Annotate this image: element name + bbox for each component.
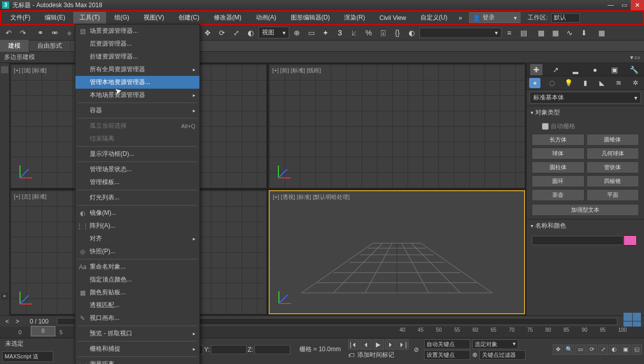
zoom-region-icon[interactable]: ▭: [575, 345, 586, 355]
link-icon[interactable]: ⚭: [34, 26, 47, 39]
geometry-icon[interactable]: ●: [529, 78, 540, 88]
mirror-icon[interactable]: ◐: [405, 26, 418, 39]
mat-slot-icon[interactable]: ◐: [244, 26, 257, 39]
close-icon[interactable]: ✕: [631, 0, 644, 10]
menu-item[interactable]: 指定顶点颜色...: [75, 273, 199, 286]
fov-icon[interactable]: ◐: [609, 345, 619, 355]
spinner-icon[interactable]: ⍗: [376, 26, 390, 39]
scale-icon[interactable]: ⤢: [230, 26, 243, 39]
autokey-button[interactable]: 自动关键点: [424, 339, 470, 349]
refcoord-dropdown[interactable]: 视图 ▾: [258, 27, 289, 38]
restore-icon[interactable]: ▭: [617, 0, 631, 10]
percentsnap-icon[interactable]: %: [362, 26, 375, 39]
menu-item[interactable]: ◐镜像(M)...: [75, 207, 199, 219]
menu-item[interactable]: 折缝资源管理器...: [75, 50, 199, 63]
rollout-object-type[interactable]: 对象类型: [527, 106, 644, 119]
create-tab-icon[interactable]: ✚: [530, 64, 542, 75]
layers-icon[interactable]: ▤: [517, 26, 530, 39]
ribbon-expand-icon[interactable]: ▾: [630, 54, 633, 61]
menu-file[interactable]: 文件(F): [4, 12, 36, 24]
menu-item[interactable]: 显示浮动框(D)...: [75, 148, 199, 160]
menu-render[interactable]: 渲染(R): [338, 12, 371, 24]
utilities-tab-icon[interactable]: 🔧: [628, 64, 640, 75]
autogrid-check-input[interactable]: [542, 123, 549, 130]
unlink-icon[interactable]: ⚮: [48, 26, 62, 39]
menu-item[interactable]: 本地场景资源管理器▸: [75, 89, 199, 102]
menu-group[interactable]: 组(G): [108, 12, 135, 24]
menu-item[interactable]: ▦颜色剪贴板...: [75, 286, 199, 299]
menu-item[interactable]: ▤场景资源管理器...: [75, 25, 199, 37]
align-icon[interactable]: ≡: [502, 26, 516, 39]
orbit-icon[interactable]: ⟳: [587, 345, 597, 355]
menu-item[interactable]: 容器▸: [75, 104, 199, 117]
menu-item[interactable]: 管理本地资源管理器...: [75, 76, 199, 89]
menu-item[interactable]: 灯光列表...: [75, 191, 199, 204]
hierarchy-tab-icon[interactable]: ▂: [569, 64, 581, 75]
prim-box[interactable]: 长方体: [532, 134, 585, 146]
menu-item[interactable]: 预览 - 抓取视口▸: [75, 327, 199, 340]
min-vp-icon[interactable]: ◱: [632, 345, 642, 355]
z-input[interactable]: [254, 345, 290, 354]
redo-icon[interactable]: ↷: [16, 26, 30, 39]
cameras-icon[interactable]: ▮: [579, 78, 591, 88]
prim-cylinder[interactable]: 圆柱体: [532, 161, 585, 173]
strip-btn[interactable]: [1, 66, 8, 73]
minimize-icon[interactable]: —: [604, 0, 617, 10]
menu-item[interactable]: ⟷测量距离: [75, 358, 199, 364]
menu-item[interactable]: 栅格和捕捉▸: [75, 342, 199, 355]
time-prev-icon[interactable]: <: [3, 318, 11, 325]
matedit-icon[interactable]: ▦: [549, 26, 562, 39]
prev-frame-icon[interactable]: ⏴: [360, 339, 372, 350]
curveedit-icon[interactable]: ∿: [563, 26, 576, 39]
select-icon[interactable]: ▭: [305, 26, 318, 39]
pivotcenter-icon[interactable]: ⊕: [290, 26, 304, 39]
menu-item[interactable]: ◎快照(P)...: [75, 245, 199, 258]
display-tab-icon[interactable]: ▣: [609, 64, 621, 75]
shapes-icon[interactable]: ◌: [546, 78, 557, 88]
zoom-all-icon[interactable]: ⤢: [598, 345, 608, 355]
namedsel-icon[interactable]: {}: [391, 26, 404, 39]
prim-tube[interactable]: 管状体: [587, 161, 639, 173]
keyobject-dropdown[interactable]: 选定对象▾: [472, 339, 518, 349]
menu-view[interactable]: 视图(V): [137, 12, 170, 24]
next-frame-icon[interactable]: ⏵: [385, 339, 396, 350]
bind-icon[interactable]: ⟐: [63, 26, 76, 39]
menu-item[interactable]: Aa重命名对象...: [75, 260, 199, 273]
pan-icon[interactable]: ✥: [553, 345, 563, 355]
prim-sphere[interactable]: 球体: [532, 148, 585, 159]
helpers-icon[interactable]: ◣: [596, 78, 608, 88]
goto-end-icon[interactable]: ⏵|: [397, 339, 409, 350]
move-icon[interactable]: ✥: [201, 26, 214, 39]
rollout-name-color[interactable]: 名称和颜色: [527, 219, 644, 232]
maximize-vp-icon[interactable]: ▣: [620, 345, 631, 355]
prim-cone[interactable]: 圆锥体: [587, 134, 639, 146]
menu-grapheditors[interactable]: 图形编辑器(D): [285, 12, 336, 24]
lights-icon[interactable]: 💡: [563, 78, 574, 88]
play-icon[interactable]: ▶: [373, 339, 384, 350]
rotate-icon[interactable]: ⟳: [215, 26, 229, 39]
menu-item[interactable]: ✎视口画布...: [75, 312, 199, 325]
setkey-button[interactable]: 设置关键点: [424, 350, 470, 360]
time-next-icon[interactable]: >: [13, 318, 22, 325]
y-input[interactable]: [211, 345, 247, 354]
menu-civilview[interactable]: Civil View: [373, 13, 412, 23]
setkey-key-icon[interactable]: ⊕: [472, 351, 477, 358]
viewport-front[interactable]: [+] [前] [标准] [线框]: [269, 64, 525, 188]
autogrid-checkbox[interactable]: 自动栅格: [532, 122, 639, 131]
goto-start-icon[interactable]: |⏴: [348, 339, 359, 350]
prim-geosphere[interactable]: 几何球体: [587, 148, 639, 159]
time-slider-thumb[interactable]: 0: [31, 326, 55, 336]
prim-pyramid[interactable]: 四棱锥: [587, 175, 639, 187]
ribbon-pane-icon[interactable]: ▭: [634, 54, 640, 61]
menu-item[interactable]: 层资源管理器...: [75, 37, 199, 50]
ribbon-tab-modeling[interactable]: 建模: [0, 40, 29, 52]
menu-item[interactable]: 所有全局资源管理器▸: [75, 63, 199, 76]
menu-customize[interactable]: 自定义(U): [414, 12, 454, 24]
snap-icon[interactable]: 3: [333, 26, 347, 39]
menu-edit[interactable]: 编辑(E): [38, 12, 71, 24]
anglesnap-icon[interactable]: ⟀: [348, 26, 361, 39]
renderframe-icon[interactable]: ▦: [595, 26, 608, 39]
workspace-input[interactable]: [551, 13, 580, 23]
zoom-icon[interactable]: 🔍: [564, 345, 574, 355]
undo-icon[interactable]: ↶: [2, 26, 15, 39]
